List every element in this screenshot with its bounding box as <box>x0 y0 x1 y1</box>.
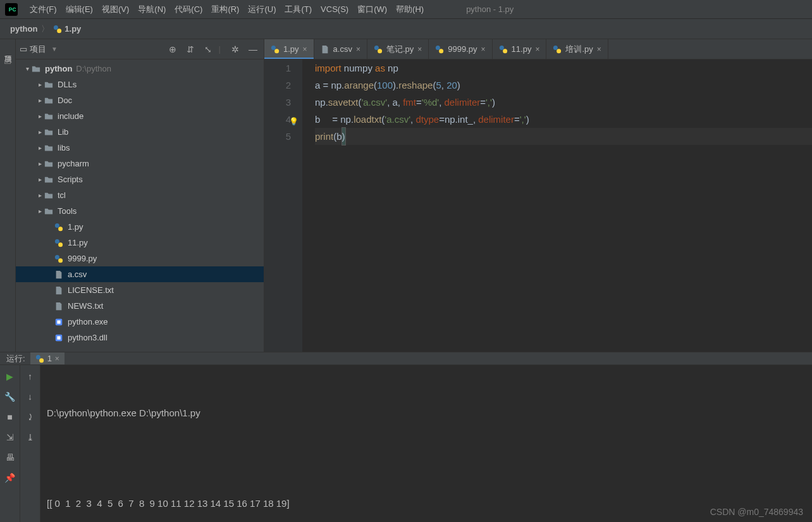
soft-wrap-icon[interactable]: ⤸ <box>27 412 34 422</box>
close-icon[interactable]: × <box>481 45 486 54</box>
tree-folder[interactable]: ▸Scripts <box>16 171 264 187</box>
editor-tabs: 1.py×a.csv×笔记.py×9999.py×11.py×培训.py× <box>264 39 812 59</box>
tree-folder[interactable]: ▸Doc <box>16 92 264 108</box>
menu-vcs[interactable]: VCS(S) <box>316 0 353 19</box>
menu-edit[interactable]: 编辑(E) <box>61 0 97 19</box>
svg-point-16 <box>374 45 379 49</box>
rerun-icon[interactable]: ▶ <box>6 371 13 382</box>
project-title-icon: ▭ <box>20 44 27 54</box>
svg-point-22 <box>553 45 558 49</box>
run-toolbar-right: ↑ ↓ ⤸ ⤓ 🗑 <box>20 365 40 522</box>
print-icon[interactable]: 🖶 <box>6 452 15 463</box>
tree-file[interactable]: 9999.py <box>16 251 264 266</box>
editor-area: 1.py×a.csv×笔记.py×9999.py×11.py×培训.py× 1 … <box>264 39 812 352</box>
editor-tab[interactable]: a.csv× <box>314 39 367 59</box>
svg-rect-13 <box>57 336 60 339</box>
editor-tab[interactable]: 9999.py× <box>429 39 492 59</box>
close-icon[interactable]: × <box>535 45 539 54</box>
app-icon: PC <box>5 3 18 16</box>
project-tree[interactable]: ▾ python D:\python ▸DLLs▸Doc▸include▸Lib… <box>16 59 264 352</box>
menu-window[interactable]: 窗口(W) <box>353 0 391 19</box>
tree-file[interactable]: python.exe <box>16 314 264 330</box>
close-icon[interactable]: × <box>55 354 59 363</box>
tree-file[interactable]: 11.py <box>16 235 264 251</box>
code-content[interactable]: import numpy as np a = np.arange(100).re… <box>302 59 812 352</box>
expand-all-icon[interactable]: ⇵ <box>183 42 197 56</box>
svg-point-19 <box>439 49 443 53</box>
project-title: 项目 <box>30 44 46 55</box>
menu-tools[interactable]: 工具(T) <box>280 0 316 19</box>
svg-point-7 <box>58 242 63 247</box>
svg-point-20 <box>499 45 503 49</box>
breadcrumb-root[interactable]: python <box>10 24 37 34</box>
chevron-down-icon[interactable]: ▼ <box>51 46 58 53</box>
close-icon[interactable]: × <box>356 45 360 54</box>
pin-icon[interactable]: 📌 <box>4 473 15 483</box>
svg-point-17 <box>378 49 382 53</box>
editor-tab[interactable]: 11.py× <box>493 39 547 59</box>
menu-view[interactable]: 视图(V) <box>97 0 133 19</box>
close-icon[interactable]: × <box>417 45 422 54</box>
close-icon[interactable]: × <box>597 45 601 54</box>
stop-icon[interactable]: ■ <box>7 412 12 422</box>
tree-folder[interactable]: ▸include <box>16 108 264 124</box>
svg-rect-11 <box>57 320 60 323</box>
run-output[interactable]: D:\python\python.exe D:\python\1.py [[ 0… <box>40 365 812 522</box>
breadcrumb-file-label: 1.py <box>65 24 81 34</box>
tree-folder[interactable]: ▸Tools <box>16 203 264 219</box>
editor-tab[interactable]: 培训.py× <box>546 39 608 59</box>
svg-point-14 <box>271 45 276 49</box>
menubar: PC 文件(F) 编辑(E) 视图(V) 导航(N) 代码(C) 重构(R) 运… <box>0 0 812 19</box>
locate-icon[interactable]: ⊕ <box>166 42 180 56</box>
tree-folder[interactable]: ▸tcl <box>16 187 264 203</box>
tree-folder[interactable]: ▸Lib <box>16 124 264 140</box>
menu-help[interactable]: 帮助(H) <box>391 0 428 19</box>
up-arrow-icon[interactable]: ↑ <box>28 371 32 382</box>
tree-file[interactable]: NEWS.txt <box>16 298 264 314</box>
layout-icon[interactable]: ⇲ <box>6 432 14 442</box>
tree-folder[interactable]: ▸DLLs <box>16 77 264 92</box>
svg-point-23 <box>557 49 562 53</box>
menu-run[interactable]: 运行(U) <box>243 0 280 19</box>
svg-point-18 <box>436 45 440 49</box>
svg-point-2 <box>54 25 58 29</box>
line-number-gutter: 1 2 3 4💡 5 <box>264 59 302 352</box>
left-toolwindow-bar: 项目 ▭ <box>0 39 16 352</box>
menu-file[interactable]: 文件(F) <box>25 0 61 19</box>
project-toolwindow-tab[interactable]: 项目 <box>1 46 15 53</box>
svg-point-15 <box>274 49 279 53</box>
code-editor[interactable]: 1 2 3 4💡 5 import numpy as np a = np.ara… <box>264 59 812 352</box>
tree-file[interactable]: 1.py <box>16 219 264 235</box>
structure-icon[interactable]: ▭ <box>4 57 11 66</box>
tree-folder[interactable]: ▸libs <box>16 140 264 156</box>
svg-point-21 <box>503 49 507 53</box>
tree-root-label: python <box>45 64 72 73</box>
collapse-all-icon[interactable]: ⤡ <box>201 42 215 56</box>
breadcrumb-file[interactable]: 1.py <box>53 24 81 34</box>
close-icon[interactable]: × <box>303 45 307 54</box>
editor-tab[interactable]: 1.py× <box>264 39 314 59</box>
svg-point-9 <box>58 258 63 263</box>
project-panel: ▭ 项目 ▼ ⊕ ⇵ ⤡ | ✲ — ▾ python D:\python ▸D… <box>16 39 264 352</box>
svg-point-3 <box>57 28 61 33</box>
menu-code[interactable]: 代码(C) <box>170 0 207 19</box>
gear-icon[interactable]: ✲ <box>228 42 242 56</box>
down-arrow-icon[interactable]: ↓ <box>28 392 32 402</box>
hide-icon[interactable]: — <box>246 42 260 56</box>
tree-root[interactable]: ▾ python D:\python <box>16 61 264 77</box>
run-command: D:\python\python.exe D:\python\1.py <box>47 404 806 421</box>
tree-file[interactable]: a.csv <box>16 266 264 282</box>
tree-root-path: D:\python <box>76 64 111 73</box>
scroll-end-icon[interactable]: ⤓ <box>27 432 34 442</box>
svg-point-6 <box>55 239 59 243</box>
main-area: 项目 ▭ ▭ 项目 ▼ ⊕ ⇵ ⤡ | ✲ — ▾ python D:\pyth… <box>0 39 812 352</box>
tree-folder[interactable]: ▸pycharm <box>16 156 264 171</box>
menu-refactor[interactable]: 重构(R) <box>207 0 243 19</box>
menu-navigate[interactable]: 导航(N) <box>133 0 170 19</box>
editor-tab[interactable]: 笔记.py× <box>367 39 429 59</box>
wrench-icon[interactable]: 🔧 <box>4 392 15 402</box>
tree-file[interactable]: LICENSE.txt <box>16 282 264 298</box>
run-config-tab[interactable]: 1 × <box>30 352 65 364</box>
run-panel-header: 运行: 1 × <box>0 352 812 365</box>
tree-file[interactable]: python3.dll <box>16 330 264 345</box>
